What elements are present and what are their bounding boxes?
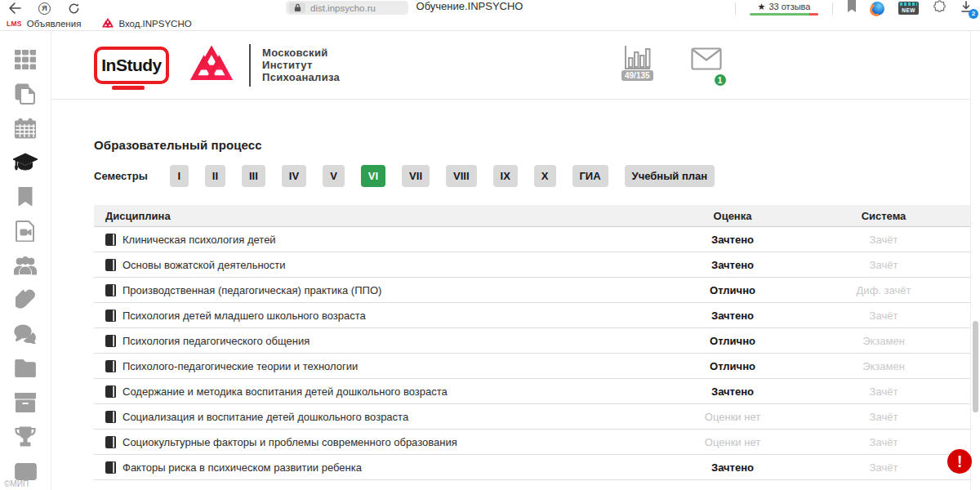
bookmark-icon [18,187,33,207]
extensions-puzzle-icon[interactable] [933,0,947,17]
card-icon [15,463,37,480]
archive-icon [15,393,36,412]
graduation-cap-icon [13,153,38,172]
institute-name: Московский Институт Психоанализа [262,47,340,83]
system-value: Зачёт [870,259,898,271]
bookmarks-bar: LMS Объявления Вход.INPSYCHO [0,16,980,31]
table-header: Дисциплина Оценка Система [94,205,973,227]
extension-new-icon[interactable]: NEW [898,2,919,15]
semester-tab-I[interactable]: I [170,165,189,187]
main-area: InStudy Московский Институт Психоанализа [51,31,980,490]
column-system: Система [862,210,906,222]
grade-value: Оценки нет [705,436,760,448]
semester-tab-III[interactable]: III [242,165,265,187]
system-value: Диф. зачёт [857,284,911,296]
book-icon [105,385,116,398]
rating-bar [750,13,818,16]
refresh-button[interactable] [68,2,80,15]
downloads-button[interactable]: 2 [960,1,972,16]
toolbar-divider [735,2,736,15]
bookmark-flag-icon[interactable] [847,0,857,16]
book-icon [105,411,116,423]
column-grade: Оценка [714,210,752,222]
paperclip-icon [16,289,35,310]
disciplines-table: Дисциплина Оценка Система Клиническая пс… [94,205,973,480]
semester-tabs: Семестры IIIIIIIVVVIVIIVIIIIXXГИАУчебный… [94,165,973,187]
semester-tab-ГИА[interactable]: ГИА [572,165,608,187]
discipline-name: Психология педагогического общения [122,335,310,347]
progress-widget[interactable]: 49/135 [621,44,653,81]
discipline-name: Содержание и методика воспитания детей д… [122,385,448,398]
book-icon [105,284,116,296]
sidebar-item-archive[interactable] [0,385,51,420]
sidebar-item-files[interactable] [0,351,51,385]
semester-tab-II[interactable]: II [205,165,225,187]
sidebar-item-documents[interactable] [0,77,51,111]
extension-orb-icon[interactable] [871,2,884,16]
discipline-name: Основы вожатской деятельности [122,259,286,271]
system-value: Зачёт [870,310,898,322]
discipline-name: Психолого-педагогические теории и технол… [122,360,358,372]
book-icon [105,310,116,322]
sidebar-item-community[interactable] [0,248,51,283]
yandex-button[interactable]: Я [38,2,51,15]
system-value: Экзамен [862,335,905,347]
system-value: Экзамен [862,360,905,372]
sidebar-item-schedule[interactable] [0,111,51,145]
table-row[interactable]: Социализация и воспитание детей дошкольн… [94,404,973,430]
system-value: Зачёт [870,234,898,246]
grade-value: Зачтено [711,310,754,322]
table-row[interactable]: Психология детей младшего школьного возр… [94,303,973,328]
sidebar-item-bookmarks[interactable] [0,180,51,214]
users-icon [14,256,37,275]
book-icon [105,461,116,474]
logo-divider [249,44,251,87]
semester-tab-Учебный план[interactable]: Учебный план [625,165,715,187]
system-value: Зачёт [870,385,898,398]
sidebar-item-apps[interactable] [0,42,51,77]
lms-logo-icon: LMS [7,20,22,28]
semester-tab-VI[interactable]: VI [361,165,385,187]
semester-tab-V[interactable]: V [323,165,345,187]
sidebar-item-achievements[interactable] [0,420,51,454]
sidebar-item-messages[interactable] [0,317,51,351]
sidebar-item-video[interactable] [0,214,51,248]
mip-triangle-icon [102,18,114,29]
grade-value: Отлично [710,335,755,347]
sidebar-item-attachments[interactable] [0,283,51,317]
tab-title: Обучение.INPSYCHO [351,0,588,12]
bookmark-lms-announcements[interactable]: LMS Объявления [7,19,81,29]
copyright: ©МИП [4,479,29,488]
column-discipline: Дисциплина [94,210,671,222]
table-row[interactable]: Клиническая психология детей Зачтено Зач… [94,227,973,252]
scrollbar-thumb[interactable] [973,321,978,412]
star-icon: ★ [758,2,766,12]
mail-widget[interactable]: 1 [691,47,722,81]
bookmark-inpsycho-login[interactable]: Вход.INPSYCHO [102,18,191,29]
bar-chart-icon [621,44,653,72]
table-row[interactable]: Факторы риска в психическом развитии реб… [94,455,973,480]
site-reviews-widget[interactable]: ★ 33 отзыва [750,2,818,16]
sidebar-item-education[interactable] [0,145,51,180]
back-button[interactable] [8,2,21,14]
browser-toolbar: Я dist.inpsycho.ru Обучение.INPSYCHO ★ 3… [0,0,980,16]
table-row[interactable]: Социокультурные факторы и проблемы совре… [94,430,973,455]
semester-tab-IV[interactable]: IV [282,165,306,187]
book-icon [105,259,116,271]
grade-value: Зачтено [711,259,754,271]
semester-tab-VII[interactable]: VII [402,165,430,187]
table-row[interactable]: Основы вожатской деятельности Зачтено За… [94,252,973,278]
table-row[interactable]: Производственная (педагогическая) практи… [94,278,973,303]
semester-tab-X[interactable]: X [534,165,556,187]
table-row[interactable]: Содержание и методика воспитания детей д… [94,379,973,404]
semester-tab-IX[interactable]: IX [493,165,518,187]
table-row[interactable]: Психология педагогического общения Отлич… [94,328,973,354]
scrollbar[interactable] [970,31,980,490]
table-row[interactable]: Психолого-педагогические теории и технол… [94,354,973,379]
semester-tab-VIII[interactable]: VIII [446,165,477,187]
discipline-name: Социокультурные факторы и проблемы совре… [122,436,457,448]
alert-notification-button[interactable]: ! [947,449,972,474]
book-icon [105,360,116,372]
instudy-logo[interactable]: InStudy [94,47,169,84]
grid-icon [15,50,36,69]
